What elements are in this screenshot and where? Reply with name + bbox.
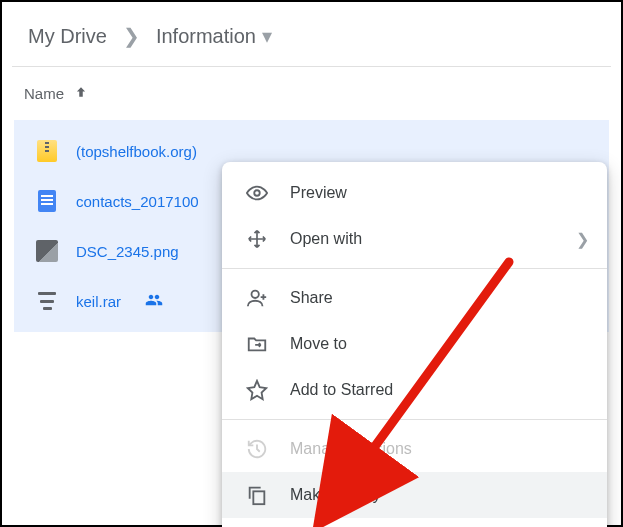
- svg-point-0: [254, 190, 260, 196]
- menu-item-label: Preview: [290, 184, 347, 202]
- context-menu: Preview Open with ❯ Share Move to Add to…: [222, 162, 607, 527]
- eye-icon: [246, 182, 268, 204]
- file-name: (topshelfbook.org): [76, 143, 197, 160]
- copy-icon: [246, 484, 268, 506]
- column-header-name[interactable]: Name: [2, 67, 621, 120]
- menu-item-share[interactable]: Share: [222, 275, 607, 321]
- archive-icon: [36, 290, 58, 312]
- sort-asc-icon: [74, 85, 88, 102]
- move-arrows-icon: [246, 228, 268, 250]
- breadcrumb-root[interactable]: My Drive: [20, 21, 115, 52]
- file-name: DSC_2345.png: [76, 243, 179, 260]
- menu-item-label: Share: [290, 289, 333, 307]
- menu-separator: [222, 419, 607, 420]
- file-name: contacts_2017100: [76, 193, 199, 210]
- menu-item-label: Move to: [290, 335, 347, 353]
- star-icon: [246, 379, 268, 401]
- menu-item-open-with[interactable]: Open with ❯: [222, 216, 607, 262]
- menu-item-download[interactable]: Download: [222, 518, 607, 527]
- menu-separator: [222, 268, 607, 269]
- breadcrumb-current[interactable]: Information ▾: [148, 20, 280, 52]
- menu-item-label: Add to Starred: [290, 381, 393, 399]
- history-icon: [246, 438, 268, 460]
- chevron-down-icon: ▾: [262, 24, 272, 48]
- menu-item-label: Manage versions: [290, 440, 412, 458]
- breadcrumb-separator-icon: ❯: [121, 24, 142, 48]
- breadcrumb-current-label: Information: [156, 25, 256, 48]
- folder-move-icon: [246, 333, 268, 355]
- shared-icon: [145, 291, 163, 312]
- svg-rect-2: [253, 491, 264, 504]
- zip-icon: [36, 140, 58, 162]
- chevron-right-icon: ❯: [576, 230, 589, 249]
- menu-item-make-a-copy[interactable]: Make a copy: [222, 472, 607, 518]
- file-name: keil.rar: [76, 293, 121, 310]
- menu-item-label: Make a copy: [290, 486, 381, 504]
- doc-icon: [36, 190, 58, 212]
- svg-point-1: [252, 291, 259, 298]
- menu-item-manage-versions: Manage versions: [222, 426, 607, 472]
- menu-item-label: Open with: [290, 230, 362, 248]
- column-header-name-label: Name: [24, 85, 64, 102]
- menu-item-add-starred[interactable]: Add to Starred: [222, 367, 607, 413]
- person-add-icon: [246, 287, 268, 309]
- menu-item-preview[interactable]: Preview: [222, 170, 607, 216]
- breadcrumb: My Drive ❯ Information ▾: [2, 2, 621, 66]
- image-icon: [36, 240, 58, 262]
- breadcrumb-root-label: My Drive: [28, 25, 107, 48]
- menu-item-move-to[interactable]: Move to: [222, 321, 607, 367]
